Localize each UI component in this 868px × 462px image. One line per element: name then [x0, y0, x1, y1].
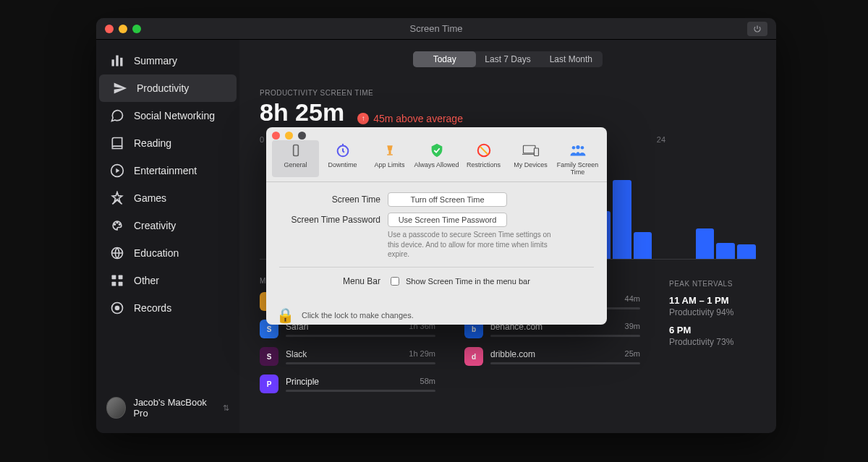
svg-point-4: [114, 224, 116, 226]
education-icon: [109, 245, 125, 261]
menubar-checkbox[interactable]: [391, 277, 399, 286]
svg-point-21: [571, 146, 575, 150]
app-progress: [286, 390, 435, 392]
lock-icon[interactable]: 🔒: [276, 307, 294, 324]
app-row[interactable]: SSlack1h 29m: [260, 347, 435, 366]
sidebar-item-label: Summary: [134, 55, 177, 67]
app-icon: P: [260, 375, 278, 393]
use-password-button[interactable]: Use Screen Time Password: [388, 213, 507, 227]
sidebar-item-productivity[interactable]: Productivity: [99, 74, 237, 102]
menubar-label: Menu Bar: [279, 276, 380, 286]
pref-tab-always[interactable]: Always Allowed: [413, 140, 460, 177]
app-time: 58m: [420, 377, 435, 387]
pref-tab-label: My Devices: [514, 161, 548, 168]
preferences-sheet: GeneralDowntimeApp LimitsAlways AllowedR…: [266, 127, 607, 325]
titlebar: Screen Time: [96, 18, 776, 40]
app-progress: [286, 335, 435, 337]
close-icon[interactable]: [105, 25, 114, 33]
range-today[interactable]: Today: [413, 51, 476, 67]
svg-rect-17: [387, 154, 393, 155]
sidebar-item-records[interactable]: Records: [96, 294, 239, 322]
range-last-7-days[interactable]: Last 7 Days: [476, 51, 539, 67]
range-last-month[interactable]: Last Month: [540, 51, 603, 67]
svg-point-6: [119, 224, 121, 226]
app-time: 1h 29m: [409, 349, 435, 359]
sidebar-item-label: Productivity: [137, 82, 189, 94]
minimize-icon[interactable]: [285, 132, 293, 140]
pref-tab-label: Restrictions: [467, 161, 501, 168]
app-time: 44m: [625, 294, 640, 304]
pref-tab-general[interactable]: General: [272, 140, 319, 177]
peak-label: PEAK NTERVALS: [669, 280, 756, 288]
turn-off-button[interactable]: Turn off Screen Time: [388, 192, 507, 207]
app-time: 25m: [625, 349, 640, 359]
sidebar-item-education[interactable]: Education: [96, 239, 239, 267]
device-switcher[interactable]: Jacob's MacBook Pro ⇅: [96, 390, 239, 426]
sidebar-item-label: Other: [134, 275, 159, 286]
pref-tab-family[interactable]: Family Screen Time: [554, 140, 601, 177]
sidebar-item-reading[interactable]: Reading: [96, 129, 239, 157]
delta: ↑ 45m above average: [357, 113, 463, 124]
summary-icon: [109, 53, 125, 69]
devices-icon: [522, 142, 540, 159]
app-progress: [286, 362, 435, 364]
lock-text: Click the lock to make changes.: [302, 311, 414, 320]
app-icon: S: [260, 347, 278, 366]
screen-time-label: Screen Time: [279, 194, 380, 205]
updown-icon: ⇅: [223, 403, 229, 413]
section-label: PRODUCTIVITY SCREEN TIME: [260, 89, 756, 97]
minimize-icon[interactable]: [119, 25, 127, 33]
zoom-icon[interactable]: [132, 25, 141, 33]
pref-tab-label: Downtime: [328, 161, 357, 168]
svg-point-5: [116, 222, 118, 223]
sidebar-item-entertainment[interactable]: Entertainment: [96, 157, 239, 184]
sidebar-item-creativity[interactable]: Creativity: [96, 212, 239, 239]
sidebar-item-label: Social Networking: [134, 110, 215, 121]
pref-tab-applimits[interactable]: App Limits: [366, 140, 413, 177]
app-row[interactable]: ddribble.com25m: [464, 347, 640, 366]
svg-rect-16: [388, 151, 391, 155]
svg-rect-9: [119, 275, 123, 280]
app-icon: d: [464, 347, 483, 366]
sidebar-item-label: Entertainment: [134, 165, 197, 176]
pref-tab-label: App Limits: [374, 161, 404, 168]
power-button[interactable]: [747, 22, 767, 36]
sidebar-item-games[interactable]: Games: [96, 184, 239, 212]
other-icon: [109, 273, 125, 288]
sidebar-item-social[interactable]: Social Networking: [96, 102, 239, 129]
app-name: dribble.com: [490, 349, 535, 359]
chart-bar: [696, 228, 715, 259]
applimits-icon: [381, 142, 399, 159]
always-icon: [428, 142, 446, 159]
sidebar-item-other[interactable]: Other: [96, 267, 239, 294]
pref-tab-downtime[interactable]: Downtime: [319, 140, 366, 177]
downtime-icon: [334, 142, 352, 159]
pref-tab-restrictions[interactable]: Restrictions: [460, 140, 507, 177]
app-name: Slack: [286, 349, 307, 359]
svg-rect-8: [112, 275, 116, 280]
app-progress: [490, 335, 640, 337]
sidebar-item-label: Education: [134, 247, 179, 259]
pref-tabs: GeneralDowntimeApp LimitsAlways AllowedR…: [266, 139, 607, 182]
records-icon: [109, 300, 125, 316]
close-icon[interactable]: [272, 132, 280, 140]
entertainment-icon: [109, 163, 125, 179]
menubar-checkbox-label: Show Screen Time in the menu bar: [406, 277, 530, 286]
delta-text: 45m above average: [373, 113, 463, 124]
app-row[interactable]: PPrinciple58m: [260, 375, 435, 393]
games-icon: [109, 190, 125, 206]
pref-tab-devices[interactable]: My Devices: [507, 140, 554, 177]
window-title: Screen Time: [96, 23, 776, 34]
peak-detail: Productivity 73%: [669, 337, 756, 347]
range-segmented: TodayLast 7 DaysLast Month: [413, 51, 603, 67]
pref-tab-label: General: [284, 161, 307, 168]
svg-rect-11: [119, 282, 123, 286]
general-icon: [287, 142, 305, 159]
reading-icon: [109, 135, 125, 151]
chart-bar: [716, 243, 735, 259]
sidebar-item-summary[interactable]: Summary: [96, 47, 239, 74]
svg-rect-1: [116, 56, 118, 67]
restrictions-icon: [475, 142, 493, 159]
chart-bar: [613, 180, 631, 259]
peak-detail: Productivity 94%: [669, 307, 756, 317]
